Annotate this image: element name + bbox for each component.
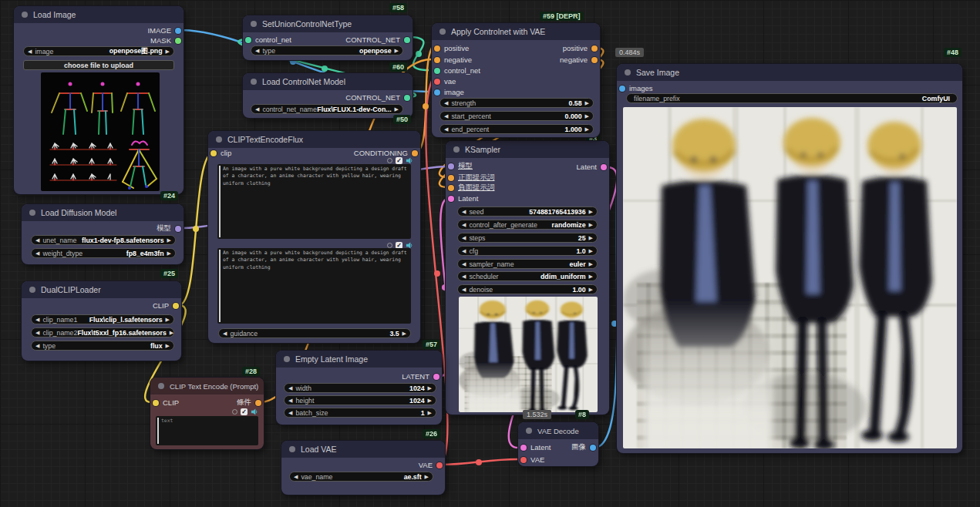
next-arrow-icon[interactable]: ▶ — [589, 287, 593, 293]
next-arrow-icon[interactable]: ▶ — [167, 237, 171, 243]
speaker-icon[interactable] — [406, 157, 413, 164]
next-arrow-icon[interactable]: ▶ — [585, 100, 589, 106]
prev-arrow-icon[interactable]: ◀ — [223, 331, 227, 337]
prev-arrow-icon[interactable]: ◀ — [462, 274, 466, 280]
node-vae-decode[interactable]: VAE Decode Latent 圖像 VAE — [518, 422, 598, 466]
control-net-input-slot[interactable] — [245, 37, 251, 43]
next-arrow-icon[interactable]: ▶ — [589, 209, 593, 215]
record-toggle-icon[interactable] — [387, 158, 392, 163]
prev-arrow-icon[interactable]: ◀ — [462, 248, 466, 254]
positive-output-slot[interactable] — [591, 45, 598, 52]
node-load-image[interactable]: Load Image IMAGE MASK ◀imageopenpose图.pn… — [14, 6, 184, 194]
positive-input-slot[interactable] — [448, 175, 454, 181]
node-title-bar[interactable]: CLIPTextEncodeFlux — [208, 131, 420, 148]
record-toggle-icon[interactable] — [387, 243, 392, 248]
node-title-bar[interactable]: Save Image — [617, 64, 962, 81]
vae-name-widget[interactable]: ◀vae_nameae.sft▶ — [289, 472, 433, 482]
node-title-bar[interactable]: KSampler — [446, 141, 609, 158]
strength-widget[interactable]: ◀strength0.58▶ — [439, 98, 594, 108]
control-net-input-slot[interactable] — [434, 68, 440, 74]
node-clip-text-encode-flux[interactable]: CLIPTextEncodeFlux clip CONDITIONING ✓ A… — [208, 131, 420, 343]
clip-name1-widget[interactable]: ◀clip_name1Flux\clip_l.safetensors▶ — [31, 314, 174, 324]
next-arrow-icon[interactable]: ▶ — [395, 106, 399, 112]
next-arrow-icon[interactable]: ▶ — [589, 222, 593, 228]
node-title-bar[interactable]: Load VAE — [281, 441, 445, 458]
next-arrow-icon[interactable]: ▶ — [166, 343, 170, 349]
prompt-textarea[interactable]: text — [156, 416, 258, 445]
node-graph-canvas[interactable]: Load Image IMAGE MASK ◀imageopenpose图.pn… — [0, 0, 980, 507]
next-arrow-icon[interactable]: ▶ — [585, 113, 589, 119]
seed-widget[interactable]: ◀seed574881765413936▶ — [457, 206, 598, 217]
next-arrow-icon[interactable]: ▶ — [166, 49, 170, 55]
checkbox-icon[interactable]: ✓ — [396, 157, 402, 164]
next-arrow-icon[interactable]: ▶ — [428, 398, 432, 404]
prev-arrow-icon[interactable]: ◀ — [294, 474, 298, 480]
guidance-widget[interactable]: ◀guidance3.5▶ — [218, 328, 411, 338]
next-arrow-icon[interactable]: ▶ — [425, 474, 429, 480]
denoise-widget[interactable]: ◀denoise1.00▶ — [457, 284, 598, 294]
next-arrow-icon[interactable]: ▶ — [589, 248, 593, 254]
checkbox-icon[interactable]: ✓ — [241, 408, 248, 415]
model-output-slot[interactable] — [175, 226, 181, 232]
next-arrow-icon[interactable]: ▶ — [428, 410, 432, 416]
prev-arrow-icon[interactable]: ◀ — [462, 287, 466, 293]
speaker-icon[interactable] — [251, 408, 258, 415]
collapse-toggle[interactable] — [29, 287, 35, 293]
batch-size-widget[interactable]: ◀batch_size1▶ — [284, 408, 436, 418]
next-arrow-icon[interactable]: ▶ — [589, 235, 593, 241]
start-percent-widget[interactable]: ◀start_percent0.000▶ — [439, 111, 594, 121]
image-output-slot[interactable] — [590, 445, 596, 451]
next-arrow-icon[interactable]: ▶ — [170, 330, 173, 336]
prev-arrow-icon[interactable]: ◀ — [28, 49, 32, 55]
prompt-textarea-2[interactable]: An image with a pure white background de… — [217, 248, 411, 324]
height-widget[interactable]: ◀height1024▶ — [284, 395, 436, 405]
next-arrow-icon[interactable]: ▶ — [589, 274, 593, 280]
collapse-toggle[interactable] — [29, 210, 35, 216]
node-load-vae[interactable]: Load VAE VAE ◀vae_nameae.sft▶ — [281, 441, 445, 495]
clip-input-slot[interactable] — [210, 150, 217, 156]
vae-output-slot[interactable] — [436, 462, 443, 468]
control-net-output-slot[interactable] — [404, 95, 410, 101]
collapse-toggle[interactable] — [439, 29, 446, 35]
next-arrow-icon[interactable]: ▶ — [395, 48, 399, 54]
node-load-diffusion-model[interactable]: Load Diffusion Model 模型 ◀unet_nameflux1-… — [22, 204, 184, 264]
collapse-toggle[interactable] — [526, 428, 532, 434]
prev-arrow-icon[interactable]: ◀ — [35, 317, 39, 323]
prompt-textarea-1[interactable]: An image with a pure white background de… — [217, 164, 411, 239]
mask-output-slot[interactable] — [175, 38, 181, 44]
cfg-widget[interactable]: ◀cfg1.0▶ — [457, 246, 598, 256]
scheduler-widget[interactable]: ◀schedulerddim_uniform▶ — [457, 271, 598, 281]
next-arrow-icon[interactable]: ▶ — [585, 126, 589, 133]
collapse-toggle[interactable] — [453, 146, 460, 153]
prev-arrow-icon[interactable]: ◀ — [444, 100, 448, 106]
prev-arrow-icon[interactable]: ◀ — [444, 113, 448, 119]
prev-arrow-icon[interactable]: ◀ — [35, 250, 39, 257]
collapse-toggle[interactable] — [216, 136, 222, 143]
next-arrow-icon[interactable]: ▶ — [589, 261, 593, 267]
end-percent-widget[interactable]: ◀end_percent1.000▶ — [439, 124, 594, 134]
node-empty-latent-image[interactable]: Empty Latent Image LATENT ◀width1024▶ ◀h… — [276, 351, 442, 425]
prev-arrow-icon[interactable]: ◀ — [35, 237, 39, 243]
conditioning-output-slot[interactable] — [255, 400, 261, 406]
node-dual-clip-loader[interactable]: DualCLIPLoader CLIP ◀clip_name1Flux\clip… — [22, 281, 181, 361]
collapse-toggle[interactable] — [625, 69, 631, 76]
prev-arrow-icon[interactable]: ◀ — [255, 48, 259, 54]
positive-input-slot[interactable] — [434, 45, 440, 52]
collapse-toggle[interactable] — [22, 12, 28, 18]
sampler-name-widget[interactable]: ◀sampler_nameeuler▶ — [457, 259, 598, 269]
prev-arrow-icon[interactable]: ◀ — [288, 398, 292, 404]
prev-arrow-icon[interactable]: ◀ — [444, 126, 448, 133]
negative-output-slot[interactable] — [591, 57, 598, 63]
node-title-bar[interactable]: Load Diffusion Model — [22, 204, 184, 221]
latent-output-slot[interactable] — [601, 164, 607, 170]
node-title-bar[interactable]: Empty Latent Image — [276, 351, 442, 368]
node-title-bar[interactable]: SetUnionControlNetType — [243, 15, 413, 32]
type-widget[interactable]: ◀typeflux▶ — [31, 341, 174, 351]
negative-input-slot[interactable] — [434, 57, 440, 63]
next-arrow-icon[interactable]: ▶ — [166, 317, 170, 323]
collapse-toggle[interactable] — [158, 383, 164, 389]
prev-arrow-icon[interactable]: ◀ — [462, 235, 466, 241]
image-input-slot[interactable] — [434, 89, 440, 96]
node-title-bar[interactable]: Load Image — [14, 6, 184, 23]
prev-arrow-icon[interactable]: ◀ — [35, 330, 39, 336]
